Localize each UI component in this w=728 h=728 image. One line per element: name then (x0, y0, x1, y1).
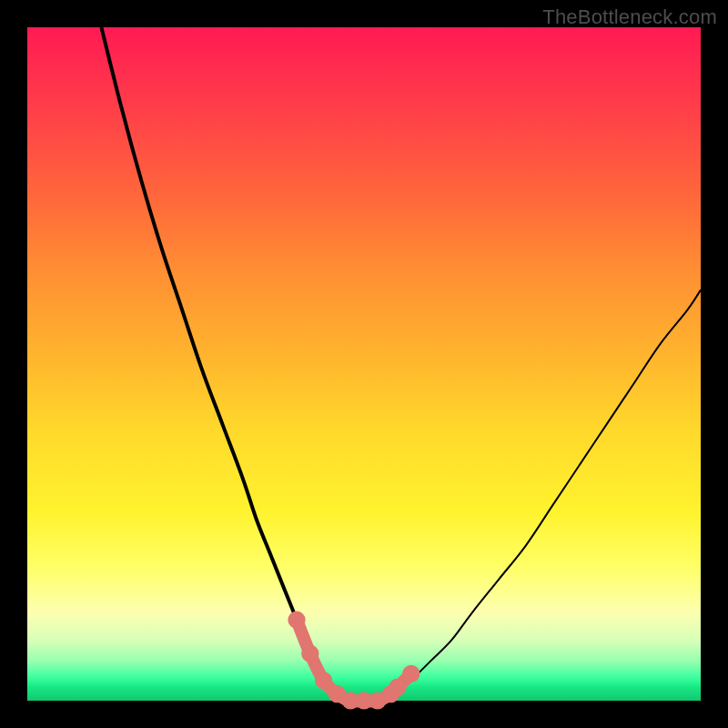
marker-dot (315, 672, 332, 689)
marker-dot (402, 665, 420, 682)
marker-dot (288, 612, 305, 629)
bottleneck-curve (27, 27, 701, 701)
chart-frame: TheBottleneck.com (0, 0, 728, 728)
marker-dot (301, 645, 318, 662)
marker-dot (389, 679, 406, 696)
watermark-text: TheBottleneck.com (542, 5, 717, 29)
curve-right-curve (391, 290, 701, 694)
curve-left-curve (101, 27, 337, 694)
